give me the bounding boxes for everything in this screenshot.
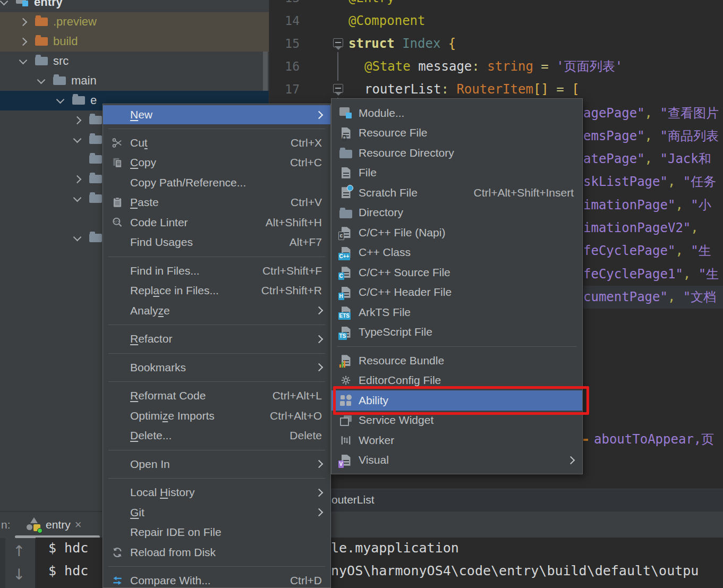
chevron-expanded-icon[interactable] <box>56 96 65 104</box>
linter-icon: </> <box>112 217 123 228</box>
submenu-item-module[interactable]: Module... <box>331 103 582 123</box>
context-menu-item-copy[interactable]: CopyCtrl+C <box>103 153 330 173</box>
chevron-expanded-icon[interactable] <box>73 194 82 202</box>
file-badge-icon: ETS <box>338 306 354 318</box>
context-menu-item-optimize-imports[interactable]: Optimize ImportsCtrl+Alt+O <box>103 406 330 426</box>
chevron-collapsed-icon[interactable] <box>73 175 82 184</box>
context-menu-item-code-linter[interactable]: </>Code LinterAlt+Shift+H <box>103 212 330 233</box>
tree-row-label: build <box>53 35 78 48</box>
code-fragment: feCyclePage1", "生 <box>583 263 719 286</box>
context-menu-item-delete[interactable]: Delete...Delete <box>103 426 330 446</box>
fold-marker-icon[interactable] <box>333 38 343 47</box>
context-menu-item-local-history[interactable]: Local History <box>103 483 330 503</box>
submenu-item-resource-directory[interactable]: Resource Directory <box>331 143 582 163</box>
menu-item-label: Copy Path/Reference... <box>130 176 246 189</box>
context-menu-item-new[interactable]: New <box>103 105 330 124</box>
context-menu-item-reformat-code[interactable]: Reformat CodeCtrl+Alt+L <box>103 386 330 406</box>
context-menu-item-paste[interactable]: PasteCtrl+V <box>103 193 330 213</box>
submenu-item-visual[interactable]: VVisual <box>331 450 582 471</box>
chevron-collapsed-icon[interactable] <box>19 18 28 27</box>
context-menu-item-find-usages[interactable]: Find UsagesAlt+F7 <box>103 233 330 253</box>
scroll-down-button[interactable]: ↓ <box>13 566 25 583</box>
menu-item-label: C/C++ Source File <box>359 266 450 279</box>
context-menu-item-bookmarks[interactable]: Bookmarks <box>103 357 330 378</box>
chevron-expanded-icon[interactable] <box>0 0 8 5</box>
compare-icon <box>109 575 125 586</box>
close-icon[interactable]: × <box>75 519 82 530</box>
submenu-item-c-source-file[interactable]: CC/C++ Source File <box>331 262 582 283</box>
menu-item-label: File <box>359 166 377 179</box>
tree-row-src[interactable]: src <box>0 52 269 71</box>
context-menu-item-replace-in-files[interactable]: Replace in Files...Ctrl+Shift+R <box>103 281 330 301</box>
submenu-item-arkts-file[interactable]: ETSArkTS File <box>331 302 582 322</box>
submenu-item-directory[interactable]: Directory <box>331 203 582 223</box>
chevron-expanded-icon[interactable] <box>19 56 28 65</box>
submenu-item-service-widget[interactable]: Service Widget <box>331 411 582 431</box>
code-fragment: cumentPage", "文档 <box>583 286 716 309</box>
submenu-item-ability[interactable]: Ability <box>331 390 582 411</box>
tree-row-preview[interactable]: .preview <box>0 12 269 32</box>
menu-item-label: Resource File <box>359 126 428 139</box>
submenu-item-worker[interactable]: Worker <box>331 430 582 450</box>
chevron-collapsed-icon[interactable] <box>19 38 28 46</box>
copy-icon <box>109 157 125 168</box>
chevron-expanded-icon[interactable] <box>37 76 46 84</box>
submenu-item-c-header-file[interactable]: HC/C++ Header File <box>331 283 582 303</box>
submenu-item-cpp-file-napi[interactable]: cC/C++ File (Napi) <box>331 223 582 243</box>
context-menu-item-analyze[interactable]: Analyze <box>103 301 330 321</box>
console-line-right: nyOS\harmonyOS4\code\entry\build\default… <box>331 559 699 582</box>
console-line-right: le.myapplication <box>331 538 459 559</box>
menu-item-label: Resource Directory <box>359 147 454 159</box>
submenu-item-scratch-file[interactable]: Scratch FileCtrl+Alt+Shift+Insert <box>331 183 582 203</box>
file-braces-icon: {} <box>338 127 354 139</box>
menu-item-label: Compare With... <box>130 574 211 587</box>
menu-item-label: Module... <box>359 107 404 120</box>
context-menu-item-find-in-files[interactable]: Find in Files...Ctrl+Shift+F <box>103 261 330 281</box>
submenu-item-editorconfig-file[interactable]: EditorConfig File <box>331 371 582 391</box>
menu-item-shortcut: Delete <box>274 429 322 442</box>
context-menu-item-copy-path-reference[interactable]: Copy Path/Reference... <box>103 173 330 193</box>
breadcrumb[interactable]: outerList <box>331 493 375 506</box>
code-line: routerList: RouterItem[] = [ <box>364 78 580 101</box>
submenu-item-file[interactable]: File <box>331 163 582 183</box>
code-fragment: atePage", "Jack和 <box>583 148 711 171</box>
context-menu-item-git[interactable]: Git <box>103 502 330 523</box>
chevron-expanded-icon[interactable] <box>73 233 82 242</box>
chevron-right-icon <box>567 456 575 464</box>
tree-row-main[interactable]: main <box>0 71 269 91</box>
menu-item-label: Cut <box>130 137 148 149</box>
context-menu-item-open-in[interactable]: Open In <box>103 454 330 474</box>
chevron-expanded-icon[interactable] <box>73 135 82 143</box>
run-tab-entry[interactable]: entry × <box>27 514 82 535</box>
line-number: 13 <box>269 0 300 10</box>
menu-item-label: Service Widget <box>359 414 433 427</box>
context-menu-item-compare-with[interactable]: Compare With...Ctrl+D <box>103 571 330 588</box>
chevron-right-icon <box>315 460 324 468</box>
submenu-item-resource-file[interactable]: {}Resource File <box>331 123 582 143</box>
submenu-item-resource-bundle[interactable]: Resource Bundle <box>331 351 582 371</box>
file-badge-icon: C++ <box>342 247 351 258</box>
fold-marker-icon[interactable] <box>333 84 343 93</box>
menu-item-label: Find in Files... <box>130 265 200 277</box>
chevron-right-icon <box>315 335 324 343</box>
context-menu-item-repair-ide-on-file[interactable]: Repair IDE on File <box>103 523 330 543</box>
file-badge-icon: TS <box>342 327 351 338</box>
menu-item-label: C++ Class <box>359 246 411 259</box>
folder-icon <box>72 93 85 105</box>
folder-icon <box>89 192 102 205</box>
context-menu-item-reload-from-disk[interactable]: Reload from Disk <box>103 542 330 563</box>
module-icon <box>16 0 29 6</box>
svg-text:</>: </> <box>113 219 120 224</box>
context-menu-item-cut[interactable]: CutCtrl+X <box>103 133 330 153</box>
tree-row-entry[interactable]: entry <box>0 0 269 12</box>
file-icon <box>338 167 354 178</box>
menu-item-label: Resource Bundle <box>359 354 444 367</box>
submenu-item-typescript-file[interactable]: TSTypeScript File <box>331 322 582 343</box>
scroll-up-button[interactable]: ↑ <box>13 542 25 560</box>
submenu-item-cpp-class[interactable]: C++C++ Class <box>331 243 582 263</box>
tree-row-build[interactable]: build <box>0 32 269 52</box>
tree-row-label: main <box>71 74 97 88</box>
chevron-collapsed-icon[interactable] <box>73 116 82 125</box>
code-line: @Component <box>348 10 426 32</box>
context-menu-item-refactor[interactable]: Refactor <box>103 329 330 350</box>
